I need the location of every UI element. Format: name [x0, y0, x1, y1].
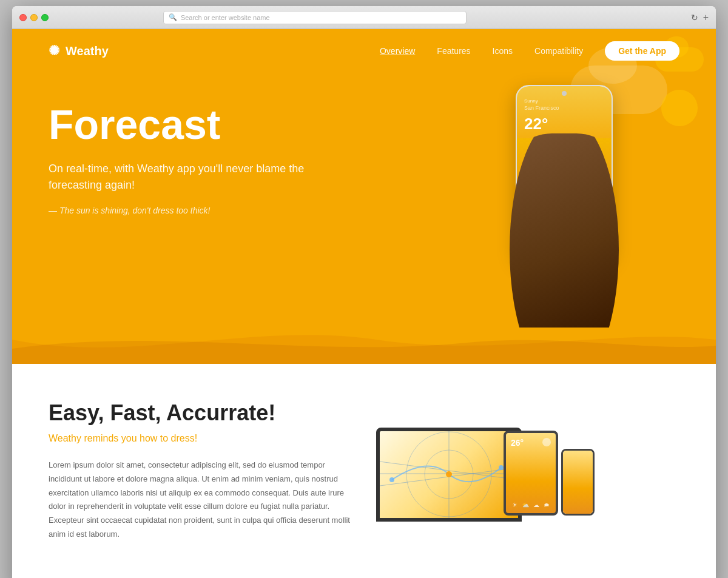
add-tab-button[interactable]: + — [703, 12, 709, 23]
svg-point-6 — [389, 477, 394, 482]
laptop-base — [376, 518, 522, 522]
nav-link-compatibility[interactable]: Compatibility — [534, 46, 583, 56]
browser-window: 🔍 Search or enter website name ↻ + ✺ Wea… — [12, 6, 716, 578]
map-graphic — [380, 431, 518, 518]
nav-link-overview[interactable]: Overview — [380, 46, 415, 56]
dot-maximize[interactable] — [41, 14, 49, 21]
phone-city: San Francisco — [524, 105, 604, 111]
dot-close[interactable] — [19, 14, 27, 21]
bottom-subheadline: Weathy reminds you how to dress! — [49, 433, 352, 444]
phone2-mockup — [561, 449, 595, 516]
dot-minimize[interactable] — [30, 14, 38, 21]
hero-headline: Forecast — [49, 103, 449, 146]
bottom-body-text: Lorem ipsum dolor sit amet, consectetur … — [49, 459, 352, 542]
tablet-sun-icon — [542, 438, 551, 446]
svg-point-8 — [499, 465, 504, 470]
bottom-text-block: Easy, Fast, Accurrate! Weathy reminds yo… — [49, 400, 352, 542]
nav-link-features[interactable]: Features — [437, 46, 470, 56]
tablet-mockup: 26° ☀ ⛅ ☁ 🌧 — [504, 431, 558, 516]
browser-toolbar: 🔍 Search or enter website name ↻ + — [12, 6, 716, 29]
reload-button[interactable]: ↻ — [691, 13, 698, 22]
bottom-section: Easy, Fast, Accurrate! Weathy reminds yo… — [12, 364, 716, 578]
nav-links: Overview Features Icons Compatibility Ge… — [380, 41, 679, 61]
hero-subtext: On real-time, with Weathy app you'll nev… — [49, 161, 340, 193]
nav-link-icons[interactable]: Icons — [493, 46, 513, 56]
phone-camera — [562, 91, 567, 96]
laptop-screen — [380, 431, 518, 518]
device-showcase: 26° ☀ ⛅ ☁ 🌧 — [376, 400, 607, 522]
navigation: ✺ Weathy Overview Features Icons Compati… — [12, 29, 716, 73]
tablet-temp: 26° — [511, 438, 524, 448]
phone-hand: Sunny San Francisco 22° — [467, 85, 661, 315]
address-bar[interactable]: 🔍 Search or enter website name — [163, 11, 467, 24]
brand-logo[interactable]: ✺ Weathy — [49, 43, 109, 59]
hero-text-block: Forecast On real-time, with Weathy app y… — [49, 85, 449, 215]
phone-temperature: 22° — [524, 115, 604, 133]
svg-point-7 — [446, 471, 452, 477]
brand-name: Weathy — [66, 44, 109, 58]
get-the-app-button[interactable]: Get the App — [605, 41, 679, 61]
search-icon: 🔍 — [169, 13, 177, 21]
phone-hero-display: Sunny San Francisco 22° — [449, 85, 679, 315]
phone2-screen — [563, 451, 593, 514]
sun-icon: ✺ — [49, 43, 59, 59]
address-text: Search or enter website name — [181, 14, 270, 21]
website-content: ✺ Weathy Overview Features Icons Compati… — [12, 29, 716, 578]
phone-weather-label: Sunny — [524, 98, 604, 104]
tablet-screen: 26° ☀ ⛅ ☁ 🌧 — [506, 433, 556, 513]
bottom-headline: Easy, Fast, Accurrate! — [49, 400, 352, 426]
hero-tagline: — The sun is shining, don't dress too th… — [49, 206, 449, 215]
hero-section: ✺ Weathy Overview Features Icons Compati… — [12, 29, 716, 364]
browser-dots — [19, 14, 49, 21]
laptop-mockup — [376, 428, 522, 522]
hero-content: Forecast On real-time, with Weathy app y… — [12, 73, 716, 364]
